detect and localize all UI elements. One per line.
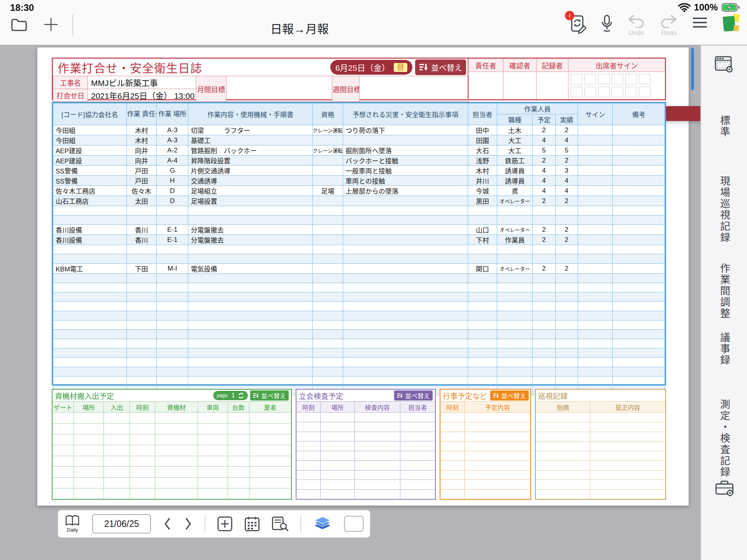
panel-empty-cell[interactable] — [198, 413, 228, 423]
table-cell[interactable] — [188, 274, 312, 283]
signature-box[interactable] — [598, 87, 610, 97]
table-cell[interactable] — [533, 292, 555, 302]
sidebar-item-work-coordination[interactable]: 作業間調整 — [717, 263, 732, 319]
table-cell[interactable]: 佐々木 — [126, 186, 156, 196]
table-cell[interactable] — [497, 376, 533, 386]
table-cell[interactable]: 大石 — [468, 145, 497, 156]
panel-empty-cell[interactable] — [590, 422, 665, 432]
table-cell[interactable] — [312, 358, 343, 367]
table-cell[interactable]: 電気設備 — [188, 264, 312, 274]
table-cell[interactable]: D — [156, 196, 188, 206]
table-cell[interactable] — [613, 235, 665, 245]
panel-empty-cell[interactable] — [249, 413, 291, 423]
table-cell[interactable] — [555, 292, 578, 302]
table-cell[interactable]: 大工 — [497, 145, 533, 156]
table-cell[interactable] — [156, 367, 188, 376]
table-cell[interactable] — [578, 330, 613, 339]
table-cell[interactable] — [188, 348, 312, 358]
panel-empty-cell[interactable] — [355, 490, 400, 499]
panel-empty-cell[interactable] — [53, 445, 74, 456]
table-cell[interactable] — [533, 367, 555, 376]
table-row[interactable] — [53, 330, 665, 339]
panel-empty-cell[interactable] — [228, 445, 249, 456]
panel-empty-cell[interactable] — [400, 422, 435, 432]
materials-refresh-icon[interactable] — [238, 392, 244, 399]
panel-empty-cell[interactable] — [249, 467, 291, 477]
table-cell[interactable] — [156, 292, 188, 302]
table-cell[interactable] — [312, 274, 343, 283]
table-cell[interactable]: 太田 — [126, 196, 156, 206]
table-cell[interactable] — [578, 358, 613, 367]
sidebar-item-site-patrol-record[interactable]: 現場巡視記録 — [717, 176, 732, 243]
table-cell[interactable] — [613, 245, 665, 254]
table-cell[interactable] — [555, 320, 578, 330]
table-row[interactable]: 佐々木工務店佐々木D足場組立足場上層部からの墜落今城鳶44 — [53, 186, 665, 196]
table-cell[interactable] — [578, 125, 613, 135]
events-sort-button[interactable]: 並べ替え — [490, 390, 529, 401]
table-cell[interactable] — [312, 311, 343, 320]
table-cell[interactable] — [468, 320, 497, 330]
app-icon[interactable] — [721, 14, 740, 33]
sort-button[interactable]: 並べ替え — [415, 60, 466, 75]
table-cell[interactable] — [497, 367, 533, 376]
table-cell[interactable] — [343, 235, 468, 245]
table-cell[interactable]: 4 — [533, 186, 555, 196]
panel-empty-cell[interactable] — [296, 441, 321, 451]
table-cell[interactable]: 2 — [555, 125, 578, 135]
table-cell[interactable] — [578, 339, 613, 348]
panel-empty-row[interactable] — [296, 461, 435, 471]
table-cell[interactable] — [497, 245, 533, 254]
signature-box[interactable] — [584, 87, 596, 97]
table-cell[interactable] — [53, 376, 127, 386]
table-cell[interactable] — [188, 311, 312, 320]
panel-empty-cell[interactable] — [590, 471, 665, 480]
table-cell[interactable] — [126, 215, 156, 225]
table-cell[interactable]: 山石工務店 — [53, 196, 127, 206]
table-cell[interactable] — [613, 348, 665, 358]
panel-empty-row[interactable] — [53, 478, 291, 488]
table-cell[interactable] — [188, 358, 312, 367]
table-cell[interactable]: 5 — [533, 145, 555, 156]
signature-box[interactable] — [625, 87, 637, 97]
panel-empty-cell[interactable] — [355, 461, 400, 470]
table-cell[interactable] — [156, 274, 188, 283]
table-cell[interactable] — [53, 206, 127, 215]
panel-empty-cell[interactable] — [155, 413, 198, 423]
panel-empty-cell[interactable] — [53, 424, 74, 434]
date-field[interactable]: 21/06/25 — [92, 514, 151, 534]
table-cell[interactable]: 鳶 — [497, 186, 533, 196]
panel-empty-cell[interactable] — [536, 451, 590, 460]
table-cell[interactable]: 4 — [533, 166, 555, 176]
table-cell[interactable] — [578, 320, 613, 330]
table-cell[interactable] — [533, 358, 555, 367]
table-cell[interactable] — [126, 339, 156, 348]
table-cell[interactable] — [126, 274, 156, 283]
table-cell[interactable] — [578, 245, 613, 254]
panel-empty-cell[interactable] — [536, 422, 590, 432]
panel-empty-cell[interactable] — [536, 490, 590, 499]
table-cell[interactable]: 田園 — [468, 135, 497, 145]
table-cell[interactable] — [343, 245, 468, 254]
table-cell[interactable] — [468, 339, 497, 348]
table-cell[interactable] — [468, 376, 497, 386]
table-cell[interactable]: クレーン運転 — [312, 145, 343, 156]
table-cell[interactable] — [156, 339, 188, 348]
table-cell[interactable] — [188, 330, 312, 339]
panel-empty-row[interactable] — [536, 422, 665, 432]
table-cell[interactable] — [126, 320, 156, 330]
panel-empty-cell[interactable] — [296, 471, 321, 480]
table-cell[interactable]: 2 — [555, 156, 578, 166]
table-cell[interactable] — [533, 330, 555, 339]
table-cell[interactable] — [312, 225, 343, 235]
table-cell[interactable] — [555, 376, 578, 386]
table-cell[interactable]: 田中 — [468, 125, 497, 135]
panel-empty-cell[interactable] — [74, 445, 104, 456]
panel-empty-cell[interactable] — [228, 413, 249, 423]
table-cell[interactable]: E-1 — [156, 235, 188, 245]
table-cell[interactable]: 足場 — [312, 186, 343, 196]
table-cell[interactable]: 木村 — [468, 166, 497, 176]
table-cell[interactable] — [53, 367, 127, 376]
table-cell[interactable]: 鉄筋工 — [497, 156, 533, 166]
table-cell[interactable] — [343, 225, 468, 235]
table-cell[interactable] — [578, 135, 613, 145]
